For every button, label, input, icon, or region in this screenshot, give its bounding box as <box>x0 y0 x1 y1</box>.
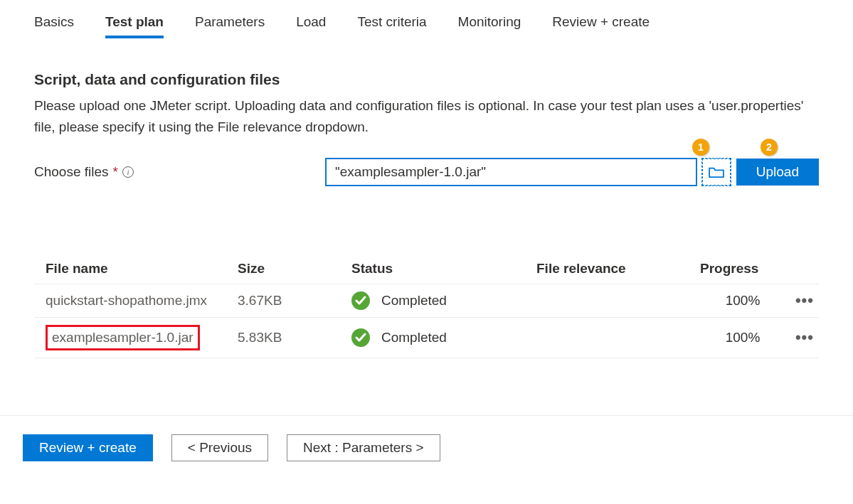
review-create-button[interactable]: Review + create <box>23 434 153 461</box>
footer-separator <box>0 415 853 416</box>
table-row: quickstart-shopathome.jmx 3.67KB Complet… <box>34 284 819 318</box>
checkmark-icon <box>351 291 370 310</box>
upload-button[interactable]: Upload <box>736 159 819 186</box>
next-button[interactable]: Next : Parameters > <box>287 434 440 461</box>
choose-files-label: Choose files * i <box>34 164 319 180</box>
row-more-button[interactable]: ••• <box>785 291 814 310</box>
checkmark-icon <box>351 328 370 347</box>
files-table-header: File name Size Status File relevance Pro… <box>34 254 819 284</box>
tab-monitoring[interactable]: Monitoring <box>458 14 521 38</box>
required-marker: * <box>113 164 118 180</box>
tab-basics[interactable]: Basics <box>34 14 74 38</box>
file-progress: 100% <box>700 293 785 309</box>
files-table: File name Size Status File relevance Pro… <box>34 211 819 358</box>
choose-files-label-text: Choose files <box>34 164 109 180</box>
file-name: examplesampler-1.0.jar <box>46 325 200 350</box>
footer-actions: Review + create < Previous Next : Parame… <box>23 434 819 461</box>
folder-icon <box>709 166 724 178</box>
tab-load[interactable]: Load <box>296 14 326 38</box>
file-status: Completed <box>381 293 447 309</box>
tab-test-plan[interactable]: Test plan <box>105 14 164 38</box>
choose-files-row: Choose files * i 1 2 Upload <box>34 159 819 186</box>
tab-review-create[interactable]: Review + create <box>552 14 650 38</box>
file-status: Completed <box>381 330 447 345</box>
row-more-button[interactable]: ••• <box>785 328 814 347</box>
file-progress: 100% <box>700 330 785 345</box>
col-header-filename[interactable]: File name <box>46 261 238 277</box>
col-header-size[interactable]: Size <box>238 261 351 277</box>
previous-button[interactable]: < Previous <box>171 434 268 461</box>
table-row: examplesampler-1.0.jar 5.83KB Completed … <box>34 318 819 358</box>
tab-test-criteria[interactable]: Test criteria <box>357 14 426 38</box>
browse-folder-button[interactable] <box>702 159 731 186</box>
callout-badge-2: 2 <box>761 139 778 156</box>
section-title: Script, data and configuration files <box>34 71 819 88</box>
col-header-status[interactable]: Status <box>351 261 536 277</box>
file-size: 3.67KB <box>238 293 351 309</box>
file-size: 5.83KB <box>238 330 351 345</box>
choose-files-input[interactable] <box>326 159 696 186</box>
tab-bar: Basics Test plan Parameters Load Test cr… <box>34 14 819 38</box>
file-name: quickstart-shopathome.jmx <box>46 293 207 308</box>
col-header-progress[interactable]: Progress <box>700 261 785 277</box>
col-header-relevance[interactable]: File relevance <box>536 261 700 277</box>
section-description: Please upload one JMeter script. Uploadi… <box>34 95 819 139</box>
tab-parameters[interactable]: Parameters <box>195 14 265 38</box>
info-icon[interactable]: i <box>122 166 134 178</box>
callout-badge-1: 1 <box>692 139 709 156</box>
